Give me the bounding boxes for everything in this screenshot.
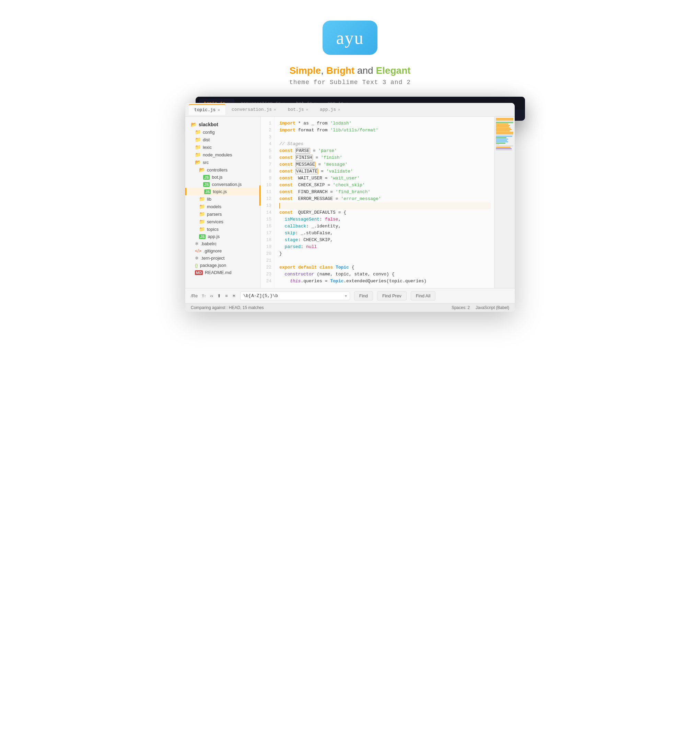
sidebar-label: package.json xyxy=(200,263,226,268)
folder-open-icon: 📂 xyxy=(199,167,205,173)
sidebar-item-app-js[interactable]: JS app.js xyxy=(185,233,260,240)
find-button[interactable]: Find xyxy=(354,291,373,301)
code-line-24: this.queries = Topic.extendedQueries(top… xyxy=(279,278,491,285)
sidebar-item-parsers[interactable]: 📁 parsers xyxy=(185,210,260,218)
editor-main: topic.js ✕ conversation.js ✕ bot.js ✕ ap… xyxy=(185,103,515,312)
folder-open-icon: 📂 xyxy=(195,160,201,165)
folder-icon: 📁 xyxy=(199,219,205,224)
sidebar-item-controllers[interactable]: 📂 controllers xyxy=(185,166,260,173)
folder-icon: 📁 xyxy=(199,226,205,232)
sidebar-item-readme[interactable]: MD README.md xyxy=(185,269,260,276)
folder-open-icon: 📂 xyxy=(191,122,197,127)
copy-button[interactable]: ⬆ xyxy=(217,293,221,298)
tab-bot[interactable]: bot.js ✕ xyxy=(282,104,314,115)
logo-text: ayu xyxy=(336,28,364,48)
tab-topic-close[interactable]: ✕ xyxy=(218,108,220,112)
sidebar-item-topics[interactable]: 📁 topics xyxy=(185,225,260,233)
sidebar-label: bot.js xyxy=(212,175,222,180)
code-line-21 xyxy=(279,257,491,264)
regex-button[interactable]: /Re xyxy=(191,293,198,298)
tab-conversation[interactable]: conversation.js ✕ xyxy=(226,104,282,115)
code-line-2: import format from 'lib/utils/format' xyxy=(279,127,491,134)
sidebar-item-tern[interactable]: ✱ .tern-project xyxy=(185,254,260,262)
tab-bot-close[interactable]: ✕ xyxy=(306,107,309,112)
logo-container: ayu xyxy=(322,21,378,55)
sidebar-label: topics xyxy=(207,227,219,232)
sidebar-label: README.md xyxy=(205,270,231,275)
tab-topic[interactable]: topic.js ✕ xyxy=(189,104,225,115)
folder-icon: 📁 xyxy=(199,196,205,202)
tagline-bright: Bright xyxy=(326,65,354,76)
sidebar-item-node-modules[interactable]: 📁 node_modules xyxy=(185,151,260,159)
code-editor[interactable]: 1 2 3 4 5 6 7 8 9 10 11 12 13 14 15 16 1 xyxy=(261,117,515,288)
tab-app-close[interactable]: ✕ xyxy=(338,107,340,112)
sidebar-item-topic-js[interactable]: JS topic.js xyxy=(185,188,260,195)
tagline-simple: Simple xyxy=(289,65,321,76)
sidebar-item-services[interactable]: 📁 services xyxy=(185,218,260,225)
code-text: import * as _ from 'lodash' import forma… xyxy=(275,117,494,288)
code-line-13 xyxy=(279,203,491,209)
find-all-button[interactable]: Find All xyxy=(411,291,436,301)
sidebar-root[interactable]: 📂 slackbot xyxy=(185,121,260,128)
sidebar-label: controllers xyxy=(207,167,228,173)
code-line-10: const CHECK_SKIP = 'check_skip' xyxy=(279,182,491,189)
code-line-18: stage: CHECK_SKIP, xyxy=(279,237,491,244)
line-numbers: 1 2 3 4 5 6 7 8 9 10 11 12 13 14 15 16 1 xyxy=(261,117,275,288)
find-bar: /Re T↑ ‹› ⬆ ≡ ☀ ▾ Find Find Prev Find Al… xyxy=(185,288,515,303)
find-prev-button[interactable]: Find Prev xyxy=(377,291,407,301)
sidebar-item-bot-js[interactable]: JS bot.js xyxy=(185,173,260,181)
status-left: Comparing against : HEAD, 15 matches xyxy=(191,305,264,310)
find-input[interactable] xyxy=(243,293,345,298)
wrap-button[interactable]: ≡ xyxy=(225,293,228,298)
editor-stack: topic.js ✕ conversation.js ✕ bot.js ✕ ap… xyxy=(185,103,515,312)
sidebar-label: lib xyxy=(207,197,211,202)
sidebar-label: .tern-project xyxy=(201,255,224,261)
sidebar-item-lexic[interactable]: 📁 lexic xyxy=(185,143,260,151)
tab-conversation-label: conversation.js xyxy=(232,107,272,112)
logo-box: ayu xyxy=(322,21,378,55)
sidebar-item-src[interactable]: 📂 src xyxy=(185,159,260,166)
tab-app[interactable]: app.js ✕ xyxy=(314,104,346,115)
editor-body: 📂 slackbot 📁 config 📁 dist 📁 lexic 📁 xyxy=(185,117,515,288)
code-line-20: } xyxy=(279,250,491,257)
word-button[interactable]: ‹› xyxy=(210,293,213,298)
code-line-4: // Stages xyxy=(279,141,491,147)
tagline-elegant: Elegant xyxy=(376,65,410,76)
code-line-8: const VALIDATE = 'validate' xyxy=(279,168,491,175)
sidebar-item-config[interactable]: 📁 config xyxy=(185,128,260,136)
tagline: Simple, Bright and Elegant xyxy=(289,65,410,76)
tab-bar: topic.js ✕ conversation.js ✕ bot.js ✕ ap… xyxy=(185,103,515,117)
find-input-wrapper: ▾ xyxy=(240,292,350,300)
code-line-1: import * as _ from 'lodash' xyxy=(279,120,491,127)
sidebar-label: conversation.js xyxy=(212,182,241,187)
status-bar: Comparing against : HEAD, 15 matches Spa… xyxy=(185,303,515,312)
sidebar-label: parsers xyxy=(207,211,222,217)
tab-bot-label: bot.js xyxy=(288,107,304,112)
sidebar-label: .gitignore xyxy=(203,248,222,254)
sidebar-item-models[interactable]: 📁 models xyxy=(185,203,260,210)
subtitle: theme for Sublime Text 3 and 2 xyxy=(289,79,411,86)
sidebar-item-package-json[interactable]: {} package.json xyxy=(185,262,260,269)
sidebar-label: topic.js xyxy=(213,189,226,194)
folder-icon: 📁 xyxy=(195,152,201,157)
code-line-7: const MESSAGE = 'message' xyxy=(279,161,491,168)
tab-conversation-close[interactable]: ✕ xyxy=(274,107,276,112)
sidebar-scrollbar[interactable] xyxy=(259,185,260,206)
code-line-15: isMessageSent: false, xyxy=(279,216,491,223)
case-button[interactable]: T↑ xyxy=(202,294,206,298)
sidebar-item-gitignore[interactable]: </> .gitignore xyxy=(185,247,260,254)
sidebar-label: lexic xyxy=(203,145,212,150)
sidebar-item-conversation-js[interactable]: JS conversation.js xyxy=(185,181,260,188)
code-line-9: const WAIT_USER = 'wait_user' xyxy=(279,175,491,182)
asterisk-icon: ✱ xyxy=(195,255,199,261)
code-line-22: export default class Topic { xyxy=(279,264,491,271)
code-line-3 xyxy=(279,134,491,141)
sidebar-item-babelrc[interactable]: ✱ .babelrc xyxy=(185,240,260,247)
js-icon: JS xyxy=(203,175,210,180)
js-icon: JS xyxy=(203,182,210,187)
light-button[interactable]: ☀ xyxy=(232,293,236,298)
sidebar-item-lib[interactable]: 📁 lib xyxy=(185,195,260,203)
file-sidebar: 📂 slackbot 📁 config 📁 dist 📁 lexic 📁 xyxy=(185,117,261,288)
folder-icon: 📁 xyxy=(199,211,205,217)
sidebar-item-dist[interactable]: 📁 dist xyxy=(185,136,260,143)
